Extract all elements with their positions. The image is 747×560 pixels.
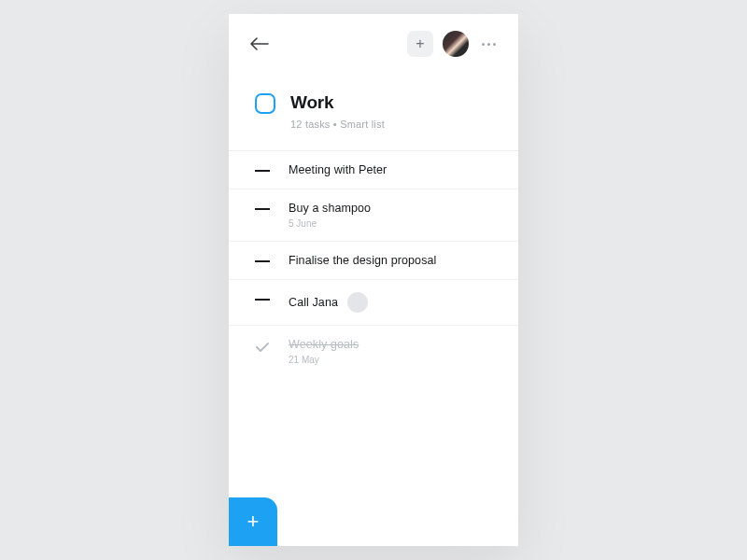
avatar[interactable] [443,31,469,57]
arrow-left-icon [250,37,269,50]
list-category-icon [255,93,275,114]
add-collaborator-button[interactable]: + [407,31,433,57]
drag-handle-icon[interactable] [255,170,270,172]
task-subtext: 21 May [289,355,359,365]
task-title: Call Jana [289,296,338,309]
topbar-actions: + [407,31,500,57]
task-body: Buy a shampoo5 June [289,202,498,229]
more-options-button[interactable] [478,39,500,49]
dot-icon [482,43,485,46]
task-row[interactable]: Meeting with Peter [229,151,518,189]
task-row[interactable]: Weekly goals21 May [229,326,518,377]
list-title: Work [290,92,385,113]
task-body: Meeting with Peter [289,163,498,176]
task-row[interactable]: Call Jana [229,280,518,326]
check-icon [255,340,270,355]
list-header-text: Work 12 tasks • Smart list [290,92,385,130]
list-meta: 12 tasks • Smart list [290,119,385,130]
task-row[interactable]: Buy a shampoo5 June [229,189,518,242]
app-screen: + Work 12 tasks • Smart list Meeting wit… [229,14,518,546]
dot-icon [493,43,496,46]
list-header: Work 12 tasks • Smart list [229,66,518,150]
task-row[interactable]: Finalise the design proposal [229,242,518,280]
task-subtext: 5 June [289,218,371,229]
drag-handle-icon[interactable] [255,299,270,301]
assignee-avatar[interactable] [347,292,368,313]
drag-handle-icon[interactable] [255,260,270,262]
task-title: Meeting with Peter [289,163,387,176]
task-title: Finalise the design proposal [289,254,436,267]
drag-handle-icon[interactable] [255,208,270,210]
plus-icon: + [247,511,260,532]
task-list: Meeting with PeterBuy a shampoo5 JuneFin… [229,151,518,377]
topbar: + [229,14,518,66]
task-body: Finalise the design proposal [289,254,498,267]
task-title: Buy a shampoo [289,202,371,215]
task-body: Call Jana [289,292,498,313]
dot-icon [487,43,490,46]
task-body: Weekly goals21 May [289,338,498,365]
task-title: Weekly goals [289,338,359,351]
plus-icon: + [416,35,424,52]
add-task-fab[interactable]: + [229,497,277,546]
back-button[interactable] [249,34,270,54]
